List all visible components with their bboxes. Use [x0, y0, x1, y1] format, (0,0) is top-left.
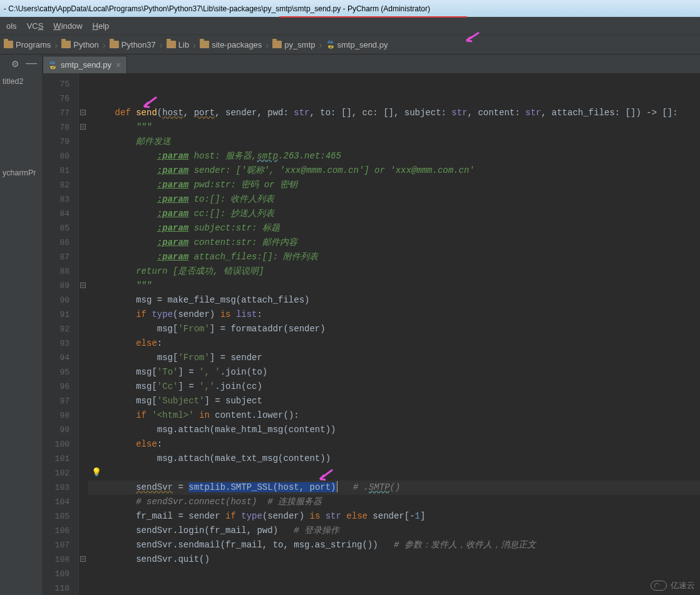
breadcrumb-label: smtp_send.py	[337, 40, 388, 49]
project-tree-item[interactable]	[0, 120, 42, 127]
breadcrumb-item[interactable]: Programs	[3, 40, 52, 49]
project-tree-item[interactable]: ycharmPr	[0, 165, 42, 181]
code-line[interactable]: """	[88, 120, 700, 135]
breadcrumb-label: py_smtp	[284, 40, 315, 49]
line-number: 101	[43, 452, 78, 466]
code-line[interactable]: else:	[88, 437, 700, 452]
project-tree-item[interactable]	[0, 90, 42, 97]
project-tree-item[interactable]	[0, 105, 42, 112]
code-line[interactable]: sendSvr.sendmail(fr_mail, to, msg.as_str…	[88, 538, 700, 552]
fold-region	[79, 73, 88, 595]
code-line[interactable]: else:	[88, 336, 700, 351]
code-area[interactable]: def send(host, port, sender, pwd: str, t…	[88, 73, 700, 595]
breadcrumb-separator: ›	[263, 39, 271, 50]
intention-bulb-icon[interactable]: 💡	[91, 467, 100, 476]
code-line[interactable]: sendSvr.quit()	[88, 552, 700, 567]
code-line[interactable]: :param sender: ['昵称', 'xxx@mmm.com.cn'] …	[88, 163, 700, 178]
code-line[interactable]: if '<html>' in content.lower():	[88, 408, 700, 423]
window-title: - C:\Users\catty\AppData\Local\Programs\…	[4, 4, 430, 13]
breadcrumb-item[interactable]: Python	[60, 40, 100, 49]
breadcrumb-separator: ›	[190, 39, 198, 50]
python-file-icon	[326, 40, 335, 49]
window-titlebar: - C:\Users\catty\AppData\Local\Programs\…	[0, 0, 700, 17]
tool-row: ⚙ — smtp_send.py ✕	[0, 54, 700, 73]
fold-toggle-icon[interactable]	[80, 282, 86, 288]
code-line[interactable]: msg['From'] = formataddr(sender)	[88, 322, 700, 336]
fold-toggle-icon[interactable]	[80, 556, 86, 562]
menu-item-vcs[interactable]: VCS	[22, 21, 49, 31]
code-line[interactable]: :param to:[]: 收件人列表	[88, 192, 700, 207]
fold-toggle-icon[interactable]	[80, 110, 86, 115]
project-tree-item[interactable]	[0, 150, 42, 157]
project-tree-item[interactable]	[0, 142, 42, 150]
code-line[interactable]: :param host: 服务器,smtp.263.net:465	[88, 149, 700, 163]
code-line[interactable]: def send(host, port, sender, pwd: str, t…	[88, 106, 700, 120]
line-number: 97	[43, 394, 78, 408]
project-tree-item[interactable]: titled2	[0, 73, 42, 90]
code-line[interactable]: :param pwd:str: 密码 or 密钥	[88, 178, 700, 192]
breadcrumb-item[interactable]: smtp_send.py	[325, 40, 389, 49]
code-line[interactable]: sendSvr = smtplib.SMTP_SSL(host, port) #…	[88, 480, 700, 495]
line-number: 103	[43, 480, 78, 495]
line-number: 90	[43, 293, 78, 308]
project-tree-item[interactable]	[0, 127, 42, 135]
folder-icon	[61, 41, 71, 48]
line-number: 91	[43, 308, 78, 322]
breadcrumb-label: Python	[73, 40, 98, 49]
code-line[interactable]: sendSvr.login(fr_mail, pwd) # 登录操作	[88, 524, 700, 538]
line-number: 77	[43, 106, 78, 120]
code-line[interactable]: msg['To'] = ', '.join(to)	[88, 365, 700, 380]
close-icon[interactable]: ✕	[115, 61, 121, 70]
code-line[interactable]: msg['From'] = sender	[88, 351, 700, 365]
code-line[interactable]: 邮件发送	[88, 135, 700, 149]
project-tree-item[interactable]	[0, 157, 42, 165]
breadcrumb-item[interactable]: py_smtp	[271, 40, 316, 49]
breadcrumb-separator: ›	[157, 39, 165, 50]
project-tree-item[interactable]	[0, 112, 42, 120]
fold-toggle-icon[interactable]	[80, 124, 86, 130]
line-number: 109	[43, 567, 78, 581]
project-tree-item[interactable]	[0, 135, 42, 142]
title-annotation-underline	[279, 16, 467, 18]
code-line[interactable]: """	[88, 279, 700, 293]
menu-item-ols[interactable]: ols	[1, 21, 22, 31]
code-line[interactable]	[88, 77, 700, 91]
code-line[interactable]	[88, 466, 700, 480]
code-line[interactable]: fr_mail = sender if type(sender) is str …	[88, 509, 700, 524]
code-line[interactable]: msg.attach(make_html_msg(content))	[88, 423, 700, 437]
menu-item-window[interactable]: Window	[48, 21, 87, 31]
breadcrumb-item[interactable]: site-packages	[198, 40, 263, 49]
folder-icon	[272, 41, 282, 48]
line-number: 78	[43, 120, 78, 135]
watermark-logo-icon	[651, 581, 667, 591]
code-line[interactable]: return [是否成功, 错误说明]	[88, 264, 700, 279]
code-line[interactable]	[88, 91, 700, 106]
code-line[interactable]: msg['Subject'] = subject	[88, 394, 700, 408]
code-line[interactable]: msg['Cc'] = ','.join(cc)	[88, 380, 700, 394]
line-number: 104	[43, 495, 78, 509]
breadcrumb-item[interactable]: Python37	[108, 40, 157, 49]
code-line[interactable]	[88, 567, 700, 581]
code-line[interactable]: msg = make_file_msg(attach_files)	[88, 293, 700, 308]
line-number: 86	[43, 235, 78, 250]
collapse-icon[interactable]: —	[26, 56, 37, 70]
code-line[interactable]: msg.attach(make_txt_msg(content))	[88, 452, 700, 466]
code-line[interactable]: # sendSvr.connect(host) # 连接服务器	[88, 495, 700, 509]
gear-icon[interactable]: ⚙	[11, 59, 19, 69]
line-number: 87	[43, 250, 78, 264]
menu-item-help[interactable]: Help	[88, 21, 115, 31]
project-pane[interactable]: titled2ycharmPr	[0, 73, 43, 595]
line-number: 84	[43, 207, 78, 221]
breadcrumb-item[interactable]: Lib	[165, 40, 190, 49]
code-line[interactable]: :param subject:str: 标题	[88, 221, 700, 235]
code-line[interactable]: :param attach_files:[]: 附件列表	[88, 250, 700, 264]
code-line[interactable]: :param content:str: 邮件内容	[88, 235, 700, 250]
code-line[interactable]: :param cc:[]: 抄送人列表	[88, 207, 700, 221]
code-line[interactable]: if type(sender) is list:	[88, 308, 700, 322]
code-editor[interactable]: 7576777879808182838485868788899091929394…	[43, 73, 700, 595]
watermark: 亿速云	[651, 580, 695, 591]
project-tree-item[interactable]	[0, 97, 42, 105]
menu-bar: olsVCSWindowHelp	[0, 17, 700, 34]
editor-tab-active[interactable]: smtp_send.py ✕	[43, 56, 127, 73]
code-line[interactable]	[88, 581, 700, 595]
